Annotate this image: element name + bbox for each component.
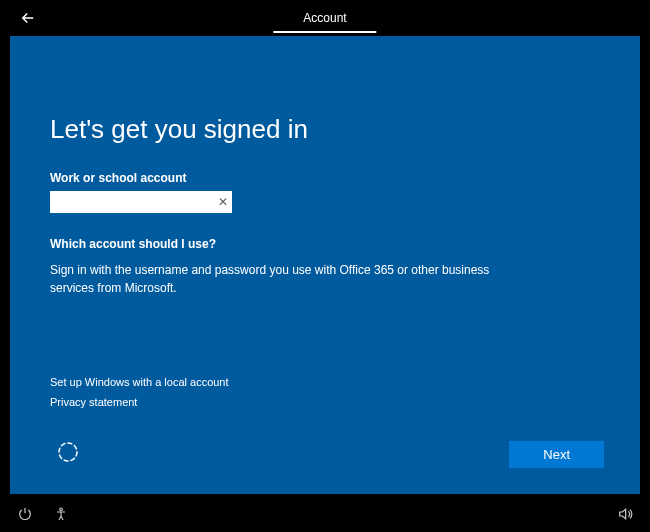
local-account-link[interactable]: Set up Windows with a local account — [50, 376, 229, 388]
account-input-wrapper: ✕ — [50, 191, 232, 213]
close-icon: ✕ — [218, 195, 228, 209]
account-field-label: Work or school account — [50, 171, 600, 185]
volume-button[interactable] — [616, 505, 634, 523]
privacy-statement-link[interactable]: Privacy statement — [50, 396, 229, 408]
power-icon — [17, 506, 33, 522]
ease-of-access-button[interactable] — [52, 505, 70, 523]
speaker-icon — [617, 506, 633, 522]
next-button[interactable]: Next — [509, 441, 604, 468]
clear-input-button[interactable]: ✕ — [218, 196, 228, 208]
accessibility-icon — [53, 506, 69, 522]
top-bar: Account — [0, 0, 650, 36]
account-input[interactable] — [50, 191, 232, 213]
links-area: Set up Windows with a local account Priv… — [50, 376, 229, 416]
bottom-left-icons — [16, 505, 70, 523]
tabs: Account — [273, 1, 376, 35]
svg-point-0 — [59, 443, 77, 461]
power-button[interactable] — [16, 505, 34, 523]
account-description: Sign in with the username and password y… — [50, 261, 520, 297]
back-button[interactable] — [16, 6, 40, 30]
tab-account[interactable]: Account — [273, 1, 376, 35]
arrow-left-icon — [19, 9, 37, 27]
bottom-bar — [0, 496, 650, 532]
svg-point-1 — [60, 508, 63, 511]
main-panel: Let's get you signed in Work or school a… — [10, 36, 640, 494]
page-title: Let's get you signed in — [50, 114, 600, 145]
loading-spinner-icon — [56, 440, 80, 464]
account-question: Which account should I use? — [50, 237, 600, 251]
